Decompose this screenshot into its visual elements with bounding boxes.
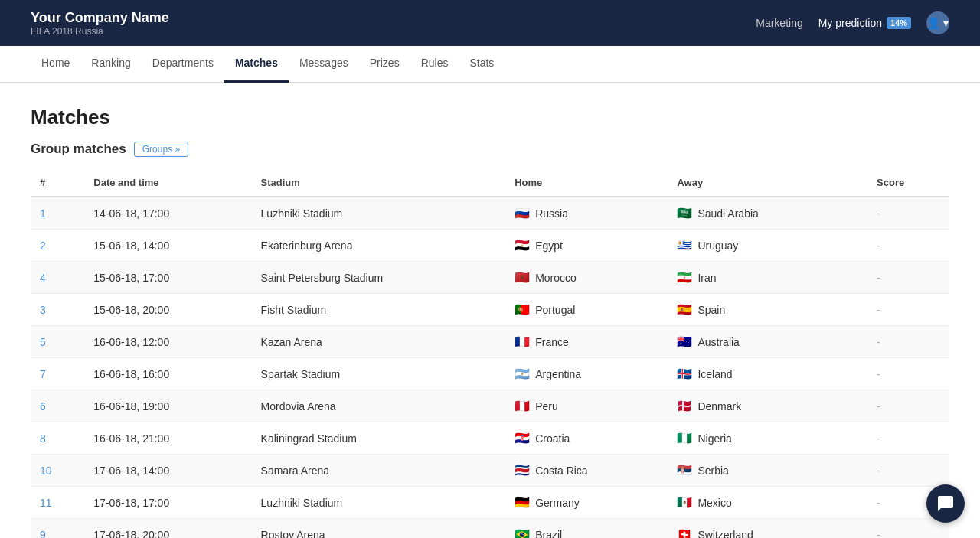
cell-home: 🇦🇷 Argentina [505, 358, 668, 390]
home-flag: 🇵🇹 [514, 302, 530, 317]
cell-score: - [867, 326, 949, 358]
cell-score: - [867, 390, 949, 422]
cell-stadium: Luzhniki Stadium [252, 487, 506, 519]
home-team: France [535, 336, 569, 348]
cell-stadium: Samara Arena [252, 455, 506, 487]
cell-date: 17-06-18, 17:00 [84, 487, 251, 519]
cell-home: 🇫🇷 France [505, 326, 668, 358]
away-team: Serbia [697, 465, 728, 477]
cell-stadium: Mordovia Arena [252, 390, 506, 422]
marketing-link[interactable]: Marketing [756, 17, 802, 29]
cell-num: 8 [31, 422, 84, 455]
col-score: Score [867, 169, 949, 197]
cell-date: 17-06-18, 14:00 [84, 455, 251, 487]
cell-score: - [867, 230, 949, 262]
cell-away: 🇮🇷 Iran [668, 262, 867, 294]
cell-home: 🇷🇺 Russia [505, 197, 668, 230]
section-title: Group matches [31, 142, 126, 157]
cell-num: 4 [31, 262, 84, 294]
away-flag: 🇦🇺 [677, 334, 692, 349]
home-flag: 🇵🇪 [514, 399, 530, 413]
table-row[interactable]: 8 16-06-18, 21:00 Kaliningrad Stadium 🇭🇷… [31, 422, 949, 455]
cell-home: 🇲🇦 Morocco [505, 262, 668, 294]
nav-prizes[interactable]: Prizes [359, 46, 410, 83]
cell-stadium: Fisht Stadium [252, 294, 506, 326]
nav-stats[interactable]: Stats [459, 46, 505, 83]
cell-stadium: Spartak Stadium [252, 358, 506, 390]
away-team: Denmark [697, 400, 741, 412]
away-flag: 🇨🇭 [677, 527, 692, 538]
cell-date: 16-06-18, 19:00 [84, 390, 251, 422]
cell-date: 16-06-18, 16:00 [84, 358, 251, 390]
table-row[interactable]: 3 15-06-18, 20:00 Fisht Stadium 🇵🇹 Portu… [31, 294, 949, 326]
home-flag: 🇷🇺 [514, 206, 530, 220]
cell-away: 🇲🇽 Mexico [668, 487, 867, 519]
home-team: Germany [535, 497, 580, 509]
away-flag: 🇩🇰 [677, 399, 692, 413]
chat-icon [936, 494, 955, 513]
cell-date: 16-06-18, 21:00 [84, 422, 251, 455]
home-flag: 🇦🇷 [514, 367, 530, 381]
cell-num: 5 [31, 326, 84, 358]
cell-stadium: Kaliningrad Stadium [252, 422, 506, 455]
cell-score: - [867, 455, 949, 487]
away-flag: 🇪🇸 [677, 302, 692, 317]
table-row[interactable]: 4 15-06-18, 17:00 Saint Petersburg Stadi… [31, 262, 949, 294]
cell-date: 15-06-18, 17:00 [84, 262, 251, 294]
cell-date: 15-06-18, 20:00 [84, 294, 251, 326]
table-head: # Date and time Stadium Home Away Score [31, 169, 949, 197]
cell-date: 16-06-18, 12:00 [84, 326, 251, 358]
home-team: Croatia [535, 432, 570, 445]
home-team: Russia [535, 207, 568, 220]
user-icon-glyph: 👤 ▾ [927, 17, 949, 29]
cell-score: - [867, 262, 949, 294]
col-home: Home [505, 169, 668, 197]
main-content: Matches Group matches Groups » # Date an… [0, 83, 980, 538]
table-row[interactable]: 10 17-06-18, 14:00 Samara Arena 🇨🇷 Costa… [31, 455, 949, 487]
cell-num: 1 [31, 197, 84, 230]
prediction-label: My prediction [818, 17, 882, 29]
table-row[interactable]: 11 17-06-18, 17:00 Luzhniki Stadium 🇩🇪 G… [31, 487, 949, 519]
cell-num: 3 [31, 294, 84, 326]
home-team: Morocco [535, 272, 577, 284]
nav-home[interactable]: Home [31, 46, 80, 83]
page-title: Matches [31, 106, 949, 129]
table-row[interactable]: 2 15-06-18, 14:00 Ekaterinburg Arena 🇪🇬 … [31, 230, 949, 262]
cell-num: 10 [31, 455, 84, 487]
cell-score: - [867, 358, 949, 390]
home-team: Brazil [535, 529, 562, 539]
cell-away: 🇩🇰 Denmark [668, 390, 867, 422]
prediction-pct: 14% [887, 17, 911, 29]
away-team: Nigeria [697, 432, 731, 445]
nav-matches[interactable]: Matches [224, 46, 289, 83]
cell-away: 🇷🇸 Serbia [668, 455, 867, 487]
table-row[interactable]: 7 16-06-18, 16:00 Spartak Stadium 🇦🇷 Arg… [31, 358, 949, 390]
cell-num: 11 [31, 487, 84, 519]
table-row[interactable]: 9 17-06-18, 20:00 Rostov Arena 🇧🇷 Brazil… [31, 519, 949, 539]
table-row[interactable]: 5 16-06-18, 12:00 Kazan Arena 🇫🇷 France … [31, 326, 949, 358]
nav-ranking[interactable]: Ranking [80, 46, 141, 83]
user-menu[interactable]: 👤 ▾ [926, 11, 949, 34]
brand: Your Company Name FIFA 2018 Russia [31, 10, 169, 37]
away-team: Switzerland [697, 529, 753, 539]
home-flag: 🇪🇬 [514, 238, 530, 253]
cell-date: 14-06-18, 17:00 [84, 197, 251, 230]
nav-messages[interactable]: Messages [289, 46, 359, 83]
section-header: Group matches Groups » [31, 142, 949, 157]
cell-stadium: Rostov Arena [252, 519, 506, 539]
groups-button[interactable]: Groups » [134, 142, 188, 157]
away-team: Uruguay [697, 240, 738, 252]
chat-bubble[interactable] [926, 484, 965, 523]
matches-table: # Date and time Stadium Home Away Score … [31, 169, 949, 538]
home-flag: 🇲🇦 [514, 270, 530, 285]
table-row[interactable]: 1 14-06-18, 17:00 Luzhniki Stadium 🇷🇺 Ru… [31, 197, 949, 230]
prediction-badge[interactable]: My prediction 14% [818, 17, 911, 29]
cell-away: 🇪🇸 Spain [668, 294, 867, 326]
nav-rules[interactable]: Rules [410, 46, 459, 83]
cell-score: - [867, 519, 949, 539]
cell-home: 🇧🇷 Brazil [505, 519, 668, 539]
cell-stadium: Saint Petersburg Stadium [252, 262, 506, 294]
table-row[interactable]: 6 16-06-18, 19:00 Mordovia Arena 🇵🇪 Peru… [31, 390, 949, 422]
nav-departments[interactable]: Departments [142, 46, 224, 83]
header: Your Company Name FIFA 2018 Russia Marke… [0, 0, 980, 46]
